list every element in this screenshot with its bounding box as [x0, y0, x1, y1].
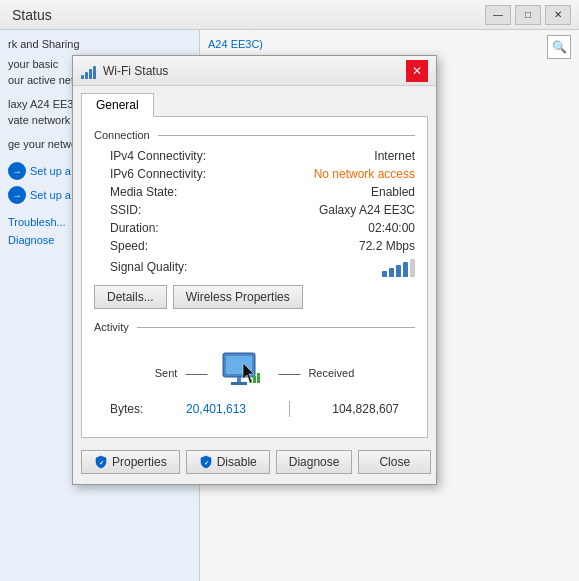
shield-icon-properties: ✓: [94, 455, 108, 469]
ssid-value: Galaxy A24 EE3C: [319, 203, 415, 217]
dialog-title-bar: Wi-Fi Status ✕: [73, 56, 436, 86]
activity-arrows: Sent ——: [155, 349, 355, 397]
signal-bar-1: [81, 75, 84, 79]
wifi-status-dialog: Wi-Fi Status ✕ General Connection IPv4 C…: [72, 55, 437, 485]
dialog-body: Connection IPv4 Connectivity: Internet I…: [81, 116, 428, 438]
ipv6-label: IPv6 Connectivity:: [94, 167, 206, 181]
bytes-sent-value[interactable]: 20,401,613: [186, 402, 246, 416]
activity-content: Sent ——: [94, 341, 415, 425]
bg-close-btn[interactable]: ✕: [545, 5, 571, 25]
duration-row: Duration: 02:40:00: [94, 221, 415, 235]
sig-bar-2: [389, 268, 394, 277]
connection-section-header: Connection: [94, 129, 415, 141]
media-state-row: Media State: Enabled: [94, 185, 415, 199]
ipv6-row: IPv6 Connectivity: No network access: [94, 167, 415, 181]
svg-rect-6: [257, 373, 260, 383]
speed-label: Speed:: [94, 239, 148, 253]
received-label: Received: [308, 367, 354, 379]
diagnose-button[interactable]: Diagnose: [276, 450, 353, 474]
bytes-divider: [289, 401, 290, 417]
duration-label: Duration:: [94, 221, 159, 235]
connection-buttons-row: Details... Wireless Properties: [94, 285, 415, 309]
bg-title-text: Status: [12, 7, 52, 23]
bytes-received-value: 104,828,607: [332, 402, 399, 416]
ipv4-value: Internet: [374, 149, 415, 163]
sig-bar-1: [382, 271, 387, 277]
signal-bar-4: [93, 66, 96, 79]
wifi-icon: [81, 63, 97, 79]
bg-title-controls: — □ ✕: [485, 5, 571, 25]
signal-quality-label: Signal Quality:: [94, 260, 187, 274]
bg-maximize-btn[interactable]: □: [515, 5, 541, 25]
media-state-value: Enabled: [371, 185, 415, 199]
tab-general[interactable]: General: [81, 93, 154, 117]
signal-bars-display: [382, 257, 415, 277]
svg-rect-5: [253, 376, 256, 383]
svg-text:✓: ✓: [203, 460, 208, 466]
bg-sidebar-header: rk and Sharing: [8, 38, 191, 50]
disable-button[interactable]: ✓ Disable: [186, 450, 270, 474]
bg-title-bar: Status — □ ✕: [0, 0, 579, 30]
bg-a24-link[interactable]: A24 EE3C): [208, 38, 571, 50]
speed-value: 72.2 Mbps: [359, 239, 415, 253]
received-arrow: ——: [278, 367, 300, 379]
svg-text:✓: ✓: [99, 460, 104, 466]
network-computer-icon: [215, 349, 270, 397]
bg-diagnose-label: Diagnose: [8, 234, 54, 246]
sig-bar-4: [403, 262, 408, 277]
speed-row: Speed: 72.2 Mbps: [94, 239, 415, 253]
bg-setup-icon2: →: [8, 186, 26, 204]
properties-button[interactable]: ✓ Properties: [81, 450, 180, 474]
bytes-label: Bytes:: [110, 402, 143, 416]
details-button[interactable]: Details...: [94, 285, 167, 309]
ipv4-label: IPv4 Connectivity:: [94, 149, 206, 163]
properties-label: Properties: [112, 455, 167, 469]
sent-label: Sent: [155, 367, 178, 379]
bg-minimize-btn[interactable]: —: [485, 5, 511, 25]
ipv4-row: IPv4 Connectivity: Internet: [94, 149, 415, 163]
svg-rect-3: [231, 382, 247, 385]
ssid-row: SSID: Galaxy A24 EE3C: [94, 203, 415, 217]
bytes-row: Bytes: 20,401,613 104,828,607: [94, 401, 415, 417]
shield-icon-disable: ✓: [199, 455, 213, 469]
wireless-properties-button[interactable]: Wireless Properties: [173, 285, 303, 309]
disable-label: Disable: [217, 455, 257, 469]
bg-troubleshoot-label: Troublesh...: [8, 216, 66, 228]
ipv6-value: No network access: [314, 167, 415, 181]
sig-bar-3: [396, 265, 401, 277]
dialog-close-button[interactable]: ✕: [406, 60, 428, 82]
signal-bar-2: [85, 72, 88, 79]
signal-bar-3: [89, 69, 92, 79]
media-state-label: Media State:: [94, 185, 177, 199]
dialog-footer: ✓ Properties ✓ Disable Diagnose Close: [73, 446, 436, 484]
sent-arrow: ——: [185, 367, 207, 379]
bg-search-box[interactable]: 🔍: [547, 35, 571, 59]
close-button[interactable]: Close: [358, 450, 431, 474]
ssid-label: SSID:: [94, 203, 141, 217]
dialog-tabs: General: [73, 86, 436, 116]
bg-setup-icon1: →: [8, 162, 26, 180]
signal-quality-row: Signal Quality:: [94, 257, 415, 277]
activity-section-header: Activity: [94, 321, 415, 333]
sig-bar-5: [410, 259, 415, 277]
network-icon-container: [215, 349, 270, 397]
dialog-title-text: Wi-Fi Status: [103, 64, 168, 78]
duration-value: 02:40:00: [368, 221, 415, 235]
